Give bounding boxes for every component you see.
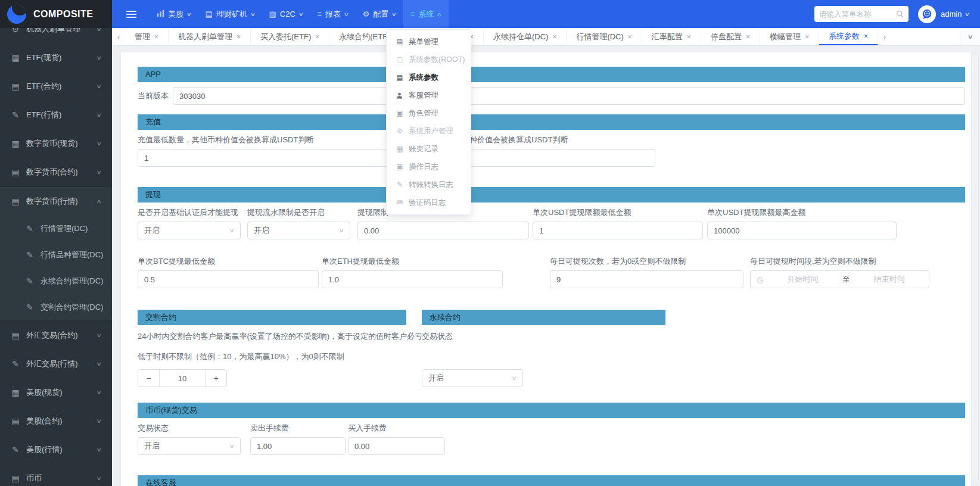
tab-buy-entrust-etf[interactable]: 买入委托(ETF)× [251,28,329,45]
withdraw-basic-auth-select[interactable]: 开启∨ [138,222,241,239]
withdraw-limit-label: 提现限制 [357,207,388,218]
sidebar-item-label: ETF(现货) [26,52,61,63]
edit-icon: ✎ [25,250,35,260]
nav-item-usstock[interactable]: 美股 ∨ [150,0,198,28]
tabbar: ‹ 管理× 机器人刷单管理× 买入委托(ETF)× 永续合约(ETF)× 买入委… [112,28,980,45]
menu-item-account-change-log[interactable]: ▦ 账变记录 [387,140,471,158]
close-icon[interactable]: × [237,33,241,41]
menu-item-captcha-log[interactable]: ✉ 验证码日志 [387,194,471,211]
menu-item-system-params[interactable]: ▤ 系统参数 [387,68,471,86]
menu-item-operation-log[interactable]: ▣ 操作日志 [387,158,471,176]
delivery-desc-line2: 低于时则不限制（范例：10，为最高赢10%），为0则不限制 [138,351,344,362]
withdraw-flow-limit-select[interactable]: 开启∨ [247,222,350,239]
tab-perpetual-position-dc[interactable]: 永续持仓单(DC)× [484,28,567,45]
stepper-plus-button[interactable]: + [205,370,226,387]
sidebar-subitem-perpetual-mgmt-dc[interactable]: ✎ 永续合约管理(DC) [0,268,112,294]
spot-status-select[interactable]: 开启∨ [138,437,241,455]
tab-system-params[interactable]: 系统参数× [819,28,878,45]
sidebar-item-label: 币币 [26,473,42,484]
tab-rate-config[interactable]: 汇率配置× [642,28,701,45]
sidebar-item-coin-coin[interactable]: ▤ 币币 ∨ [0,464,112,486]
mail-icon: ✉ [396,198,404,207]
perpetual-status-select[interactable]: 开启∨ [422,369,523,387]
stepper-value[interactable]: 10 [160,370,205,387]
section-header-online-service: 在线客服 [138,475,965,486]
user-avatar[interactable] [918,5,936,23]
withdraw-btc-min-input[interactable] [138,270,319,288]
sidebar: ⚙ 机器人刷单管理 ∨ ▦ ETF(现货) ∨ ▤ ETF(合约) ∨ ✎ ET… [0,0,112,486]
tab-manage[interactable]: 管理× [125,28,169,45]
sidebar-item-forex-quote[interactable]: ✎ 外汇交易(行情) ∨ [0,350,112,378]
withdraw-usdt-min-input[interactable] [533,222,703,239]
close-icon[interactable]: × [628,33,632,41]
sidebar-item-usstock-spot[interactable]: ▦ 美股(现货) ∨ [0,378,112,407]
nav-item-label: 系统 [418,9,434,20]
menu-item-role-mgmt[interactable]: ▣ 角色管理 [387,104,471,122]
close-icon[interactable]: × [552,33,556,41]
tab-banner-mgmt[interactable]: 横幅管理× [760,28,819,45]
sidebar-item-etf-quote[interactable]: ✎ ETF(行情) ∨ [0,101,112,129]
sidebar-subitem-quote-symbol-mgmt-dc[interactable]: ✎ 行情品种管理(DC) [0,242,112,268]
withdraw-daily-count-input[interactable] [550,270,743,288]
menu-item-system-user-mgmt[interactable]: ⚙ 系统用户管理 [387,122,471,140]
withdraw-eth-min-input[interactable] [322,270,503,288]
recharge-min-label: 充值最低数量，其他币种价值会被换算成USDT判断 [138,135,313,145]
close-icon[interactable]: × [746,33,750,41]
sidebar-item-etf-contract[interactable]: ▤ ETF(合约) ∨ [0,72,112,101]
close-icon[interactable]: × [864,32,868,40]
vertical-scrollbar[interactable] [973,54,979,482]
withdraw-usdt-max-input[interactable] [707,222,897,239]
spot-sell-fee-input[interactable] [250,437,346,455]
current-version-input[interactable] [173,87,965,105]
tabs-scroll-left-icon[interactable]: ‹ [112,32,125,42]
nav-item-report[interactable]: ≡ 报表 ∨ [310,0,355,28]
document-icon: ▤ [11,197,20,206]
delivery-desc-line1: 24小时内交割合约客户最高赢率(设置了场控的不受影响)，高于设定的值时客户必亏 [138,331,422,342]
withdraw-usdt-max-label: 单次USDT提现限额最高金额 [707,207,805,218]
stepper-minus-button[interactable]: − [138,370,160,387]
hamburger-menu-icon[interactable] [126,11,136,18]
sidebar-item-crypto-contract[interactable]: ▤ 数字货币(合约) ∨ [0,158,112,186]
tab-halt-config[interactable]: 停盘配置× [701,28,760,45]
tab-robot-order[interactable]: 机器人刷单管理× [169,28,251,45]
sidebar-item-usstock-quote[interactable]: ✎ 美股(行情) ∨ [0,435,112,464]
tabs-more-dropdown[interactable]: ∨ [960,28,980,45]
sidebar-subitem-delivery-mgmt-dc[interactable]: ✎ 交割合约管理(DC) [0,294,112,320]
nav-item-c2c[interactable]: ▥ C2C ∨ [262,0,310,28]
chevron-down-icon: ∨ [97,418,102,424]
gear-icon: ⚙ [363,10,370,18]
close-icon[interactable]: × [687,33,691,41]
menu-item-customer-service-mgmt[interactable]: 客服管理 [387,86,471,104]
menu-item-menu-mgmt[interactable]: ▤ 菜单管理 [387,33,471,51]
menu-item-transfer-convert-log[interactable]: ✎ 转账转换日志 [387,176,471,194]
scrollbar-thumb[interactable] [974,55,978,481]
sidebar-item-crypto-spot[interactable]: ▦ 数字货币(现货) ∨ [0,129,112,158]
spot-buy-fee-input[interactable] [348,437,445,455]
menu-search-input[interactable] [819,10,892,18]
sidebar-item-forex-contract[interactable]: ▤ 外汇交易(合约) ∨ [0,321,112,350]
grid-icon: ▥ [269,10,276,18]
system-dropdown-menu: ▤ 菜单管理 ▢ 系统参数(ROOT) ▤ 系统参数 客服管理 ▣ 角色管理 ⚙… [386,29,471,215]
tabs-scroll-right-icon[interactable]: › [878,32,891,42]
main-nav: 美股 ∨ ▤ 理财矿机 ∨ ▥ C2C ∨ ≡ 报表 ∨ ⚙ 配置 ∨ ≡ 系统… [150,0,449,28]
nav-item-config[interactable]: ⚙ 配置 ∨ [356,0,403,28]
withdraw-limit-input[interactable] [357,222,529,239]
close-icon[interactable]: × [154,33,158,41]
withdraw-time-range-picker[interactable]: ◷ 开始时间 至 结束时间 [750,270,929,288]
sidebar-item-usstock-contract[interactable]: ▤ 美股(合约) ∨ [0,407,112,435]
document-icon: ▤ [11,167,20,177]
nav-item-wealth-miner[interactable]: ▤ 理财矿机 ∨ [198,0,262,28]
menu-item-system-params-root[interactable]: ▢ 系统参数(ROOT) [387,51,471,68]
nav-item-system[interactable]: ≡ 系统 ∧ [403,0,449,28]
close-icon[interactable]: × [805,33,809,41]
tab-quote-mgmt-dc[interactable]: 行情管理(DC)× [567,28,642,45]
close-icon[interactable]: × [315,33,319,41]
sidebar-subitem-quote-mgmt-dc[interactable]: ✎ 行情管理(DC) [0,216,112,242]
section-header-app: APP [138,67,965,82]
current-version-label: 当前版本 [138,87,169,105]
recharge-min-input[interactable] [138,149,388,167]
user-menu[interactable]: admin ∨ [941,10,969,18]
sidebar-item-etf-spot[interactable]: ▦ ETF(现货) ∨ [0,43,112,72]
sidebar-subitem-label: 永续合约管理(DC) [41,276,103,286]
sidebar-item-crypto-quote[interactable]: ▤ 数字货币(行情) ∧ [0,187,112,216]
